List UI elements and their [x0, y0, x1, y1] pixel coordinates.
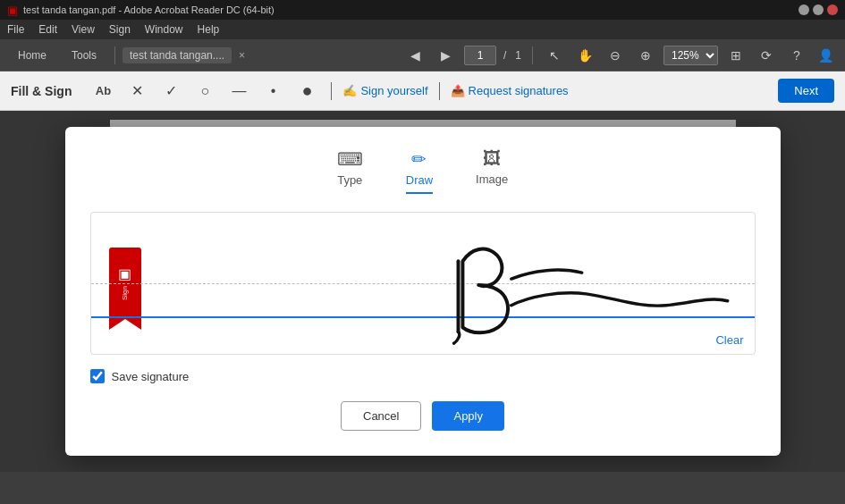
- apply-button[interactable]: Apply: [432, 401, 504, 431]
- close-button[interactable]: [827, 4, 838, 15]
- home-tab[interactable]: Home: [7, 46, 57, 65]
- signature-canvas[interactable]: ▣ Sign: [90, 212, 756, 355]
- app-icon: ▣: [7, 4, 18, 17]
- prev-page-button[interactable]: ◀: [403, 43, 428, 68]
- cross-tool-button[interactable]: ✕: [123, 78, 150, 105]
- minimize-button[interactable]: [799, 4, 809, 15]
- dialog-tabs: ⌨ Type ✏ Draw 🖼 Image: [90, 148, 756, 194]
- menu-window[interactable]: Window: [145, 23, 183, 36]
- sign-yourself-icon: ✍: [342, 84, 357, 97]
- document-area: pelaksanaan tugas ini maupun dalam penul…: [0, 111, 845, 472]
- maximize-button[interactable]: [813, 4, 824, 15]
- sep-1: [114, 46, 115, 64]
- type-tab-icon: ⌨: [337, 148, 363, 170]
- next-button[interactable]: Next: [778, 79, 834, 103]
- hand-tool-button[interactable]: ✋: [572, 43, 597, 68]
- request-sigs-label: Request signatures: [469, 84, 569, 97]
- tools-tab[interactable]: Tools: [61, 46, 107, 65]
- page-separator: /: [503, 49, 506, 62]
- menu-help[interactable]: Help: [198, 23, 220, 36]
- tab-image[interactable]: 🖼 Image: [476, 148, 508, 194]
- draw-tab-label: Draw: [406, 173, 433, 187]
- sign-yourself-button[interactable]: ✍ Sign yourself: [342, 84, 427, 97]
- image-tab-label: Image: [476, 172, 508, 186]
- nav-toolbar: Home Tools test tanda tangan.... × ◀ ▶ /…: [0, 39, 845, 71]
- doc-tab[interactable]: test tanda tangan....: [123, 47, 232, 63]
- tab-type[interactable]: ⌨ Type: [337, 148, 363, 194]
- title-bar: ▣ test tanda tangan.pdf - Adobe Acrobat …: [0, 0, 845, 20]
- help-button[interactable]: ?: [784, 43, 809, 68]
- menu-sign[interactable]: Sign: [109, 23, 131, 36]
- page-total: 1: [515, 49, 521, 62]
- dialog-button-row: Cancel Apply: [90, 401, 756, 431]
- sep-2: [532, 46, 533, 64]
- next-page-button[interactable]: ▶: [434, 43, 459, 68]
- save-signature-checkbox[interactable]: [90, 369, 105, 383]
- rotate-button[interactable]: ⟳: [754, 43, 779, 68]
- filled-circle-tool-button[interactable]: ●: [293, 78, 320, 105]
- image-tab-icon: 🖼: [483, 148, 501, 169]
- zoom-out-button[interactable]: ⊖: [603, 43, 628, 68]
- cancel-button[interactable]: Cancel: [341, 401, 421, 431]
- zoom-select[interactable]: 125% 100% 75% 150%: [663, 46, 718, 65]
- sign-yourself-label: Sign yourself: [360, 84, 427, 97]
- cursor-tool-button[interactable]: ↖: [542, 43, 567, 68]
- draw-tab-icon: ✏: [411, 148, 427, 170]
- fill-sign-toolbar: Fill & Sign Ab ✕ ✓ ○ — • ● ✍ Sign yourse…: [0, 71, 845, 111]
- fill-sign-title: Fill & Sign: [11, 84, 72, 98]
- account-button[interactable]: 👤: [813, 43, 838, 68]
- sep-4: [439, 82, 440, 100]
- menu-bar: File Edit View Sign Window Help: [0, 20, 845, 39]
- signature-dialog: ⌨ Type ✏ Draw 🖼 Image ▣ Sign: [65, 127, 781, 456]
- page-number-input[interactable]: [464, 46, 496, 65]
- doc-tab-close[interactable]: ×: [239, 49, 245, 62]
- tab-draw[interactable]: ✏ Draw: [406, 148, 433, 194]
- dialog-overlay: ⌨ Type ✏ Draw 🖼 Image ▣ Sign: [0, 111, 845, 472]
- check-tool-button[interactable]: ✓: [157, 78, 184, 105]
- save-signature-row: Save signature: [90, 369, 756, 383]
- request-signatures-button[interactable]: 📤 Request signatures: [451, 84, 569, 97]
- request-sigs-icon: 📤: [451, 84, 465, 97]
- menu-view[interactable]: View: [72, 23, 95, 36]
- save-signature-label: Save signature: [112, 370, 190, 383]
- sep-3: [331, 82, 332, 100]
- circle-tool-button[interactable]: ○: [191, 78, 218, 105]
- menu-edit[interactable]: Edit: [38, 23, 57, 36]
- line-tool-button[interactable]: —: [225, 78, 252, 105]
- window-title: test tanda tangan.pdf - Adobe Acrobat Re…: [23, 4, 275, 15]
- fit-page-button[interactable]: ⊞: [723, 43, 748, 68]
- type-tab-label: Type: [337, 173, 362, 187]
- zoom-in-button[interactable]: ⊕: [633, 43, 658, 68]
- dot-tool-button[interactable]: •: [259, 78, 286, 105]
- clear-button[interactable]: Clear: [715, 333, 743, 347]
- menu-file[interactable]: File: [7, 23, 24, 36]
- text-tool-button[interactable]: Ab: [89, 78, 116, 105]
- signature-drawing: [91, 213, 755, 354]
